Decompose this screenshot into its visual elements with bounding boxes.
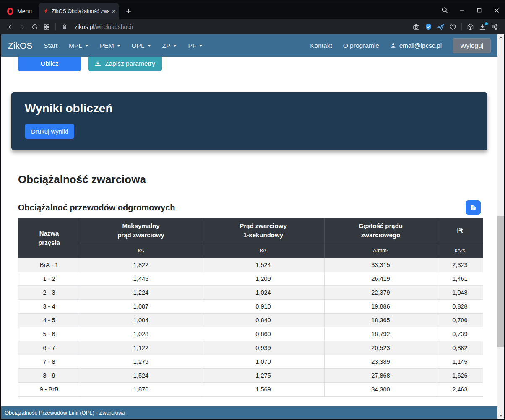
logout-button[interactable]: Wyloguj (453, 38, 491, 53)
table-cell: 19,886 (325, 300, 437, 314)
opera-logo-icon (7, 8, 13, 15)
span-name-cell: 2 - 3 (18, 286, 80, 300)
span-name-cell: BrA - 1 (18, 258, 80, 272)
back-icon[interactable] (4, 21, 16, 33)
table-row: 2 - 31,2241,02422,3791,048 (18, 286, 483, 300)
easy-setup-sliders-icon[interactable] (489, 21, 501, 33)
person-icon (390, 42, 396, 49)
copy-table-button[interactable] (466, 200, 481, 215)
span-name-cell: 5 - 6 (18, 327, 80, 341)
table-cell: 2,323 (437, 258, 483, 272)
table-cell: 1,524 (202, 258, 325, 272)
table-row: 5 - 61,0280,86018,7920,739 (18, 327, 483, 341)
table-cell: 34,300 (325, 383, 437, 397)
copy-icon (469, 204, 477, 211)
col-header-max-current: Maksymalnyprąd zwarciowy (80, 218, 202, 243)
vertical-scrollbar[interactable] (497, 34, 504, 419)
results-panel: Wyniki obliczeń Drukuj wyniki (11, 92, 487, 150)
flow-paper-plane-icon[interactable] (435, 21, 447, 33)
span-name-cell: 3 - 4 (18, 300, 80, 314)
nav-item-mpl[interactable]: MPL (69, 42, 89, 49)
table-cell: 1,087 (80, 300, 202, 314)
table-cell: 1,224 (80, 286, 202, 300)
table-cell: 0,840 (202, 314, 325, 327)
table-cell: 18,365 (325, 314, 437, 327)
browser-tab-active[interactable]: ZikOS Obciążalność zwarci × (39, 3, 119, 19)
nav-right: Kontakt O programie email@ipcsc.pl Wylog… (310, 38, 491, 53)
unit-a-mm2: A/mm² (325, 243, 437, 258)
chevron-down-icon (173, 45, 177, 47)
chevron-down-icon (117, 45, 120, 47)
print-results-button[interactable]: Drukuj wyniki (25, 124, 74, 139)
close-icon[interactable] (488, 1, 505, 20)
nav-item-pem[interactable]: PEM (100, 42, 120, 49)
page-title: Obciążalność zwarciowa (18, 173, 481, 186)
col-header-1s-current: Prąd zwarciowy1-sekundowy (202, 218, 325, 243)
table-cell: 2,463 (437, 383, 483, 397)
col-header-span-name: Nazwaprzęsła (18, 218, 80, 258)
save-params-button[interactable]: Zapisz parametry (88, 57, 162, 71)
scroll-up-icon[interactable] (497, 34, 504, 41)
search-icon[interactable] (436, 1, 453, 20)
top-actions: Oblicz Zapisz parametry (18, 57, 497, 71)
shield-check-badge-icon[interactable] (422, 21, 435, 33)
table-cell: 1,445 (80, 272, 202, 286)
user-email[interactable]: email@ipcsc.pl (390, 42, 442, 49)
table-cell: 1,024 (202, 286, 325, 300)
downloads-icon[interactable] (476, 21, 489, 33)
chevron-down-icon (85, 45, 89, 47)
scroll-down-icon[interactable] (497, 412, 504, 419)
table-cell: 23,389 (325, 355, 437, 369)
table-cell: 1,028 (80, 327, 202, 341)
grid-workspaces-icon[interactable] (41, 21, 53, 33)
nav-item-zp[interactable]: ZP (162, 42, 177, 49)
col-header-current-density: Gęstość prąduzwarciowego (325, 218, 437, 243)
window-controls (436, 1, 505, 20)
unit-ka: kA (80, 243, 202, 258)
snapshot-camera-icon[interactable] (410, 21, 422, 33)
table-cell: 0,739 (437, 327, 483, 341)
col-header-i2t: I²t (437, 218, 483, 243)
scrollbar-thumb[interactable] (497, 216, 504, 347)
table-row: 3 - 41,0870,91019,8860,828 (18, 300, 483, 314)
nav-item-pf[interactable]: PF (188, 42, 203, 49)
opera-menu-button[interactable]: Menu (0, 3, 39, 19)
table-cell: 1,524 (80, 369, 202, 383)
table-cell: 0,910 (202, 300, 325, 314)
unit-ka: kA (202, 243, 325, 258)
span-name-cell: 1 - 2 (18, 272, 80, 286)
forward-icon[interactable] (16, 21, 29, 33)
table-body: BrA - 11,8221,52433,3152,323 1 - 21,4451… (18, 258, 483, 397)
nav-item-o-programie[interactable]: O programie (343, 42, 379, 49)
cube-sidebar-icon[interactable] (464, 21, 476, 33)
tab-close-icon[interactable]: × (112, 8, 115, 14)
table-cell: 1,626 (437, 369, 483, 383)
heart-bookmark-icon[interactable] (447, 21, 459, 33)
table-cell: 0,828 (437, 300, 483, 314)
table-cell: 0,882 (437, 341, 483, 355)
calculate-button[interactable]: Oblicz (18, 57, 81, 71)
span-name-cell: 7 - 8 (18, 355, 80, 369)
page-area: ZikOS Start MPL PEM OPL ZP PF Kontakt O … (0, 34, 505, 420)
nav-item-kontakt[interactable]: Kontakt (310, 42, 332, 49)
table-cell: 18,792 (325, 327, 437, 341)
reload-icon[interactable] (29, 21, 41, 33)
nav-item-start[interactable]: Start (44, 42, 57, 49)
opera-menu-label: Menu (17, 8, 32, 15)
url-text[interactable]: zikos.pl/wireloadshocir (75, 23, 133, 30)
maximize-icon[interactable] (471, 1, 488, 20)
separator (55, 23, 56, 31)
lock-icon[interactable] (58, 21, 70, 33)
new-tab-button[interactable]: + (126, 3, 131, 19)
unit-ka2s: kA²s (437, 243, 483, 258)
site-footer: Obciążalność Przewodów Linii (OPL) - Zwa… (1, 406, 497, 419)
table-cell: 1,004 (80, 314, 202, 327)
brand-zikos[interactable]: ZikOS (8, 41, 32, 51)
table-row: 4 - 51,0040,84018,3650,706 (18, 314, 483, 327)
nav-item-opl[interactable]: OPL (132, 42, 151, 49)
chevron-down-icon (148, 45, 151, 47)
minimize-icon[interactable] (453, 1, 471, 20)
results-title: Wyniki obliczeń (25, 101, 474, 116)
browser-window: Menu ZikOS Obciążalność zwarci × + (0, 0, 505, 420)
footer-text: Obciążalność Przewodów Linii (OPL) - Zwa… (5, 410, 125, 416)
